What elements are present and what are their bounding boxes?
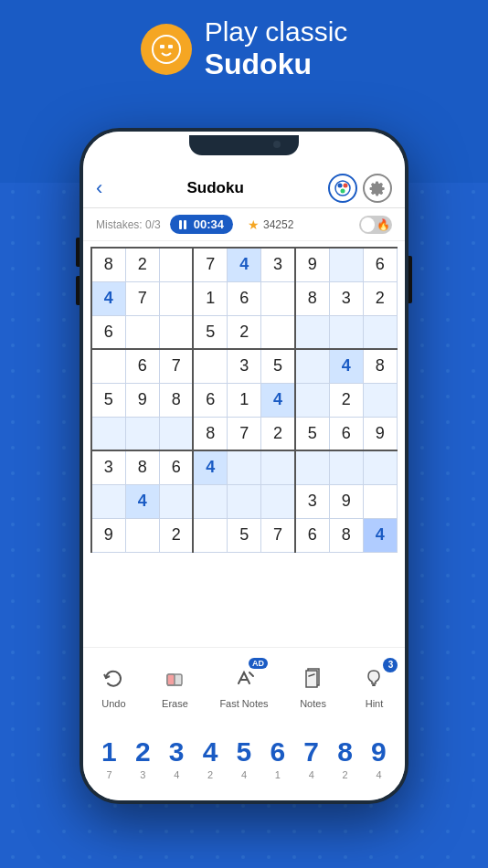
num-pad-item-3[interactable]: 34 xyxy=(169,736,185,780)
cell-5-1[interactable] xyxy=(125,417,159,450)
cell-7-0[interactable] xyxy=(91,484,125,518)
num-pad-item-7[interactable]: 74 xyxy=(303,736,319,780)
cell-5-5[interactable]: 2 xyxy=(261,417,295,450)
cell-0-7[interactable] xyxy=(329,248,363,281)
cell-6-4[interactable] xyxy=(228,450,261,484)
cell-6-1[interactable]: 8 xyxy=(125,450,159,484)
cell-5-6[interactable]: 5 xyxy=(295,417,329,450)
cell-2-2[interactable] xyxy=(159,315,193,349)
cell-7-1[interactable]: 4 xyxy=(125,484,159,518)
num-pad-item-9[interactable]: 94 xyxy=(371,736,387,780)
num-pad-item-1[interactable]: 17 xyxy=(101,736,117,780)
cell-4-2[interactable]: 8 xyxy=(159,383,193,417)
cell-4-1[interactable]: 9 xyxy=(125,383,159,417)
cell-8-6[interactable]: 6 xyxy=(295,518,329,552)
cell-6-3[interactable]: 4 xyxy=(193,450,227,484)
cell-0-1[interactable]: 2 xyxy=(125,248,159,281)
cell-6-8[interactable] xyxy=(363,450,397,484)
cell-5-0[interactable] xyxy=(91,417,125,450)
erase-tool[interactable]: Erase xyxy=(158,662,191,709)
cell-2-8[interactable] xyxy=(363,315,397,349)
cell-4-6[interactable] xyxy=(295,383,329,417)
timer-badge[interactable]: 00:34 xyxy=(170,215,233,234)
cell-3-8[interactable]: 8 xyxy=(363,349,397,383)
cell-8-4[interactable]: 5 xyxy=(228,518,261,552)
flame-toggle[interactable]: 🔥 xyxy=(359,216,392,234)
cell-0-5[interactable]: 3 xyxy=(261,248,295,281)
cell-8-8[interactable]: 4 xyxy=(363,518,397,552)
cell-4-7[interactable]: 2 xyxy=(329,383,363,417)
cell-5-7[interactable]: 6 xyxy=(329,417,363,450)
cell-6-0[interactable]: 3 xyxy=(91,450,125,484)
cell-1-6[interactable]: 8 xyxy=(295,281,329,315)
settings-button[interactable] xyxy=(363,174,392,203)
cell-8-1[interactable] xyxy=(125,518,159,552)
cell-7-8[interactable] xyxy=(363,484,397,518)
cell-0-0[interactable]: 8 xyxy=(91,248,125,281)
sudoku-grid[interactable]: 8274396471683265267354859861428725693864… xyxy=(90,247,398,553)
cell-7-2[interactable] xyxy=(159,484,193,518)
cell-5-3[interactable]: 8 xyxy=(193,417,227,450)
cell-3-4[interactable]: 3 xyxy=(228,349,261,383)
cell-2-6[interactable] xyxy=(295,315,329,349)
cell-4-0[interactable]: 5 xyxy=(91,383,125,417)
cell-1-3[interactable]: 1 xyxy=(193,281,227,315)
cell-4-4[interactable]: 1 xyxy=(228,383,261,417)
back-button[interactable]: ‹ xyxy=(96,176,102,200)
cell-7-7[interactable]: 9 xyxy=(329,484,363,518)
cell-5-2[interactable] xyxy=(159,417,193,450)
hint-tool[interactable]: 3 Hint xyxy=(357,662,390,709)
num-pad-item-6[interactable]: 61 xyxy=(270,736,285,780)
cell-7-3[interactable] xyxy=(193,484,227,518)
cell-3-2[interactable]: 7 xyxy=(159,349,193,383)
cell-1-8[interactable]: 2 xyxy=(363,281,397,315)
cell-5-4[interactable]: 7 xyxy=(228,417,261,450)
cell-0-6[interactable]: 9 xyxy=(295,248,329,281)
cell-6-7[interactable] xyxy=(329,450,363,484)
num-pad-item-4[interactable]: 42 xyxy=(203,736,218,780)
cell-2-4[interactable]: 2 xyxy=(228,315,261,349)
cell-3-3[interactable] xyxy=(193,349,227,383)
cell-6-5[interactable] xyxy=(261,450,295,484)
cell-8-0[interactable]: 9 xyxy=(91,518,125,552)
cell-2-3[interactable]: 5 xyxy=(193,315,227,349)
fast-notes-tool[interactable]: AD Fast Notes xyxy=(219,662,268,709)
cell-7-4[interactable] xyxy=(228,484,261,518)
cell-3-0[interactable] xyxy=(91,349,125,383)
undo-tool[interactable]: Undo xyxy=(97,662,130,709)
cell-7-5[interactable] xyxy=(261,484,295,518)
cell-2-1[interactable] xyxy=(125,315,159,349)
cell-0-8[interactable]: 6 xyxy=(363,248,397,281)
cell-0-3[interactable]: 7 xyxy=(193,248,227,281)
notes-tool[interactable]: Notes xyxy=(297,662,330,709)
cell-8-2[interactable]: 2 xyxy=(159,518,193,552)
cell-4-8[interactable] xyxy=(363,383,397,417)
cell-4-5[interactable]: 4 xyxy=(261,383,295,417)
num-pad-item-8[interactable]: 82 xyxy=(337,736,353,780)
cell-8-3[interactable] xyxy=(193,518,227,552)
cell-1-4[interactable]: 6 xyxy=(228,281,261,315)
cell-8-7[interactable]: 8 xyxy=(329,518,363,552)
cell-3-6[interactable] xyxy=(295,349,329,383)
cell-1-5[interactable] xyxy=(261,281,295,315)
cell-1-0[interactable]: 4 xyxy=(91,281,125,315)
num-pad-item-2[interactable]: 23 xyxy=(135,736,151,780)
cell-6-2[interactable]: 6 xyxy=(159,450,193,484)
cell-6-6[interactable] xyxy=(295,450,329,484)
cell-2-5[interactable] xyxy=(261,315,295,349)
cell-2-0[interactable]: 6 xyxy=(91,315,125,349)
cell-0-2[interactable] xyxy=(159,248,193,281)
cell-3-7[interactable]: 4 xyxy=(329,349,363,383)
cell-2-7[interactable] xyxy=(329,315,363,349)
cell-1-2[interactable] xyxy=(159,281,193,315)
color-theme-button[interactable] xyxy=(328,174,357,203)
cell-7-6[interactable]: 3 xyxy=(295,484,329,518)
cell-8-5[interactable]: 7 xyxy=(261,518,295,552)
num-pad-item-5[interactable]: 54 xyxy=(237,736,252,780)
cell-1-1[interactable]: 7 xyxy=(125,281,159,315)
cell-1-7[interactable]: 3 xyxy=(329,281,363,315)
cell-4-3[interactable]: 6 xyxy=(193,383,227,417)
cell-3-1[interactable]: 6 xyxy=(125,349,159,383)
cell-5-8[interactable]: 9 xyxy=(363,417,397,450)
cell-3-5[interactable]: 5 xyxy=(261,349,295,383)
